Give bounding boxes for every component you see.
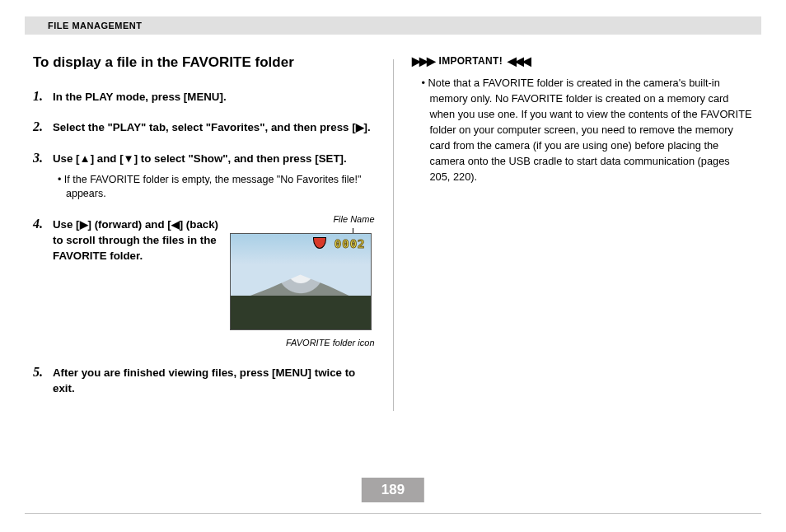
section-header: FILE MANAGEMENT: [25, 16, 761, 35]
preview-image: 0002: [230, 233, 372, 330]
step-text: After you are finished viewing files, pr…: [53, 365, 378, 397]
left-column: To display a file in the FAVORITE folder…: [33, 54, 393, 411]
step-body: Use [▶] (forward) and [◀] (back) to scro…: [53, 217, 378, 350]
step-number: 3.: [33, 151, 53, 202]
step-2: 2. Select the "PLAY" tab, select "Favori…: [33, 119, 378, 135]
step-3: 3. Use [▲] and [▼] to select "Show", and…: [33, 151, 378, 202]
important-heading: ▶▶▶ IMPORTANT! ◀◀◀: [412, 54, 754, 68]
step-number: 1.: [33, 89, 53, 105]
footer-rule: [25, 513, 761, 514]
step-1: 1. In the PLAY mode, press [MENU].: [33, 89, 378, 105]
file-name-label: File Name: [333, 213, 374, 226]
important-label: IMPORTANT!: [439, 55, 503, 67]
step-number: 4.: [33, 217, 53, 350]
step-text: Select the "PLAY" tab, select "Favorites…: [53, 119, 378, 135]
section-header-text: FILE MANAGEMENT: [48, 21, 142, 30]
step-4: 4. Use [▶] (forward) and [◀] (back) to s…: [33, 217, 378, 350]
step-3-note: If the FAVORITE folder is empty, the mes…: [66, 173, 378, 202]
step-text: In the PLAY mode, press [MENU].: [53, 89, 378, 105]
page-number: 189: [362, 478, 424, 502]
step-number: 2.: [33, 119, 53, 135]
step-3-text: Use [▲] and [▼] to select "Show", and th…: [53, 152, 347, 165]
marker-forward-icon: ▶▶▶: [412, 54, 434, 68]
file-number: 0002: [335, 236, 366, 252]
right-column: ▶▶▶ IMPORTANT! ◀◀◀ Note that a FAVORITE …: [394, 54, 754, 411]
important-note: Note that a FAVORITE folder is created i…: [430, 76, 754, 185]
page-footer: 189: [25, 513, 761, 514]
step-text: Use [▲] and [▼] to select "Show", and th…: [53, 151, 378, 202]
figure: File Name 0002 FAVORITE folder icon: [230, 217, 378, 350]
step-4-text: Use [▶] (forward) and [◀] (back) to scro…: [53, 217, 230, 350]
section-title: To display a file in the FAVORITE folder: [33, 54, 378, 71]
favorite-caption: FAVORITE folder icon: [230, 337, 375, 350]
step-number: 5.: [33, 365, 53, 397]
marker-back-icon: ◀◀◀: [508, 54, 530, 68]
step-5: 5. After you are finished viewing files,…: [33, 365, 378, 397]
